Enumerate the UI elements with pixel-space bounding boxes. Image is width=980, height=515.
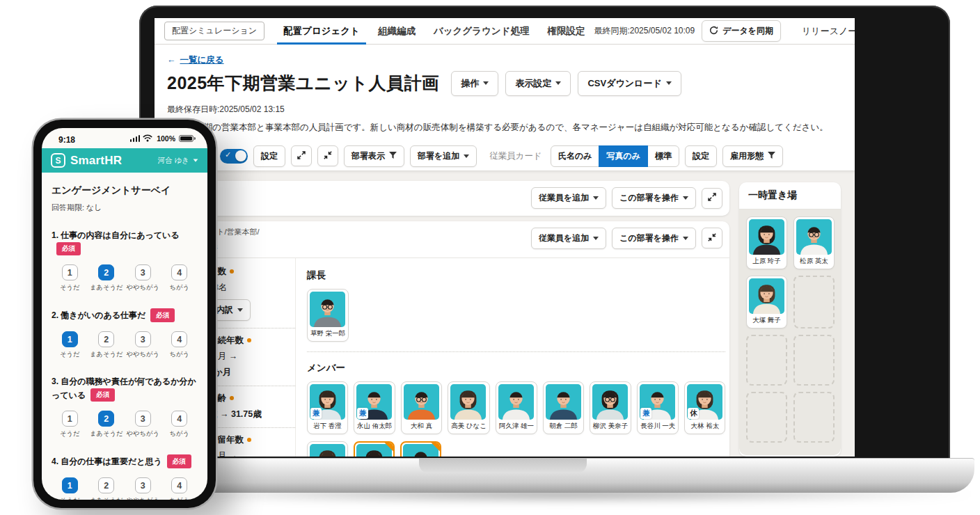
empty-slot[interactable]: [793, 392, 835, 443]
answer-label: ややちがう: [125, 350, 161, 359]
sync-data-button[interactable]: データを同期: [702, 20, 781, 42]
title-button-表示設定[interactable]: 表示設定: [505, 71, 571, 96]
answer-option-2[interactable]: 2まあそうだ: [88, 477, 125, 500]
refresh-icon: [709, 26, 718, 37]
required-badge: 必須: [90, 388, 115, 402]
employee-card[interactable]: 大塚 舞子: [746, 276, 787, 328]
answer-option-1[interactable]: 1そうだ: [52, 331, 88, 359]
answer-option-1[interactable]: 1そうだ: [52, 411, 88, 438]
laptop-base-notch: [419, 459, 587, 473]
dept-add-button[interactable]: 部署を追加: [410, 145, 477, 167]
answer-option-4[interactable]: 4ちがう: [161, 331, 198, 359]
survey-body: エンゲージメントサーベイ 回答期限: なし 1. 仕事の内容は自分にあっている必…: [42, 184, 207, 500]
employee-card[interactable]: 松原 英太: [793, 216, 835, 269]
empty-slot[interactable]: [746, 392, 787, 443]
answer-option-4[interactable]: 4ちがう: [161, 477, 198, 500]
answer-option-3[interactable]: 3ややちがう: [125, 411, 161, 438]
title-button-CSVダウンロード[interactable]: CSVダウンロード: [578, 71, 681, 96]
employee-card-highlighted[interactable]: [354, 441, 395, 457]
staging-panel: 一時置き場 上原 玲子松原 英太大塚 舞子: [739, 182, 841, 457]
answer-option-2[interactable]: 2まあそうだ: [88, 264, 125, 292]
employee-photo: 休: [687, 384, 722, 420]
release-notes-menu[interactable]: リリースノート: [791, 25, 855, 38]
nav-chip-simulation[interactable]: 配置シミュレーション: [164, 22, 264, 40]
segment-写真のみ[interactable]: 写真のみ: [599, 145, 648, 167]
segment-標準[interactable]: 標準: [647, 145, 679, 167]
question-2: 2. 働きがいのある仕事だ必須1そうだ2まあそうだ3ややちがう4ちがう: [52, 308, 198, 359]
tab-バックグラウンド処理[interactable]: バックグラウンド処理: [425, 18, 539, 44]
employee-card[interactable]: 柳沢 美奈子: [590, 381, 631, 434]
title-button-操作[interactable]: 操作: [451, 71, 498, 96]
stat-value: 歳 → 31.75歳: [209, 409, 290, 420]
chevron-down-icon: [593, 196, 599, 200]
operate-dept-button[interactable]: この部署を操作: [612, 228, 696, 249]
expand-arrows-icon: [297, 151, 306, 161]
expand-all-button[interactable]: [291, 145, 312, 166]
settings-button[interactable]: 設定: [253, 145, 285, 167]
employee-card[interactable]: 大和 真: [401, 381, 442, 434]
battery-percent: 100%: [157, 134, 175, 143]
stat-label: 滞留年数: [209, 434, 290, 446]
collapse-arrows-icon: [324, 151, 332, 161]
answer-option-3[interactable]: 3ややちがう: [125, 477, 161, 500]
chevron-down-icon: [483, 81, 489, 85]
employee-card[interactable]: 兼岩下 香澄: [307, 381, 348, 434]
employee-card[interactable]: 高美 ひなこ: [448, 381, 490, 434]
employee-card[interactable]: 兼長谷川 一夫: [637, 381, 679, 434]
answer-option-4[interactable]: 4ちがう: [161, 411, 198, 438]
operate-dept-button[interactable]: この部署を操作: [612, 187, 696, 209]
employee-card[interactable]: [307, 441, 348, 457]
answer-label: まあそうだ: [88, 429, 125, 438]
page-title: 2025年下期営業ユニット人員計画: [167, 72, 439, 95]
employee-card[interactable]: 朝倉 二郎: [543, 381, 584, 434]
laptop-screen: 配置シミュレーション 配置プロジェクト組織編成バックグラウンド処理権限設定 最終…: [155, 18, 855, 457]
answer-option-4[interactable]: 4ちがう: [161, 264, 198, 292]
collapse-panel-button[interactable]: [702, 228, 722, 248]
add-employee-button[interactable]: 従業員を追加: [531, 228, 606, 249]
answer-label: ややちがう: [125, 496, 161, 500]
answer-option-2[interactable]: 2まあそうだ: [88, 331, 125, 359]
dept-display-button[interactable]: 部署表示: [344, 145, 404, 167]
empty-slot[interactable]: [793, 335, 835, 386]
answer-label: そうだ: [52, 429, 88, 438]
collapse-all-button[interactable]: [317, 145, 338, 166]
dept-members-area: 課長 草野 栄一郎 メンバー 兼岩下 香澄兼永山 侑太郎大和 真高美 ひなこ阿久…: [296, 258, 736, 457]
add-employee-label: 従業員を追加: [539, 232, 589, 244]
staging-grid: 上原 玲子松原 英太大塚 舞子: [739, 209, 841, 455]
stat-value: か月 →: [209, 351, 290, 363]
answer-option-1[interactable]: 1そうだ: [52, 477, 88, 500]
tab-組織編成[interactable]: 組織編成: [369, 18, 425, 44]
expand-arrows-icon: [708, 193, 716, 203]
segment-氏名のみ[interactable]: 氏名のみ: [551, 145, 600, 167]
answer-option-3[interactable]: 3ややちがう: [125, 331, 161, 359]
orange-dot-icon: [247, 438, 251, 442]
toggle-switch[interactable]: ✓: [220, 149, 248, 164]
employment-filter-button[interactable]: 雇用形態: [722, 145, 783, 167]
collapse-arrows-icon: [708, 233, 716, 244]
tab-権限設定[interactable]: 権限設定: [538, 18, 594, 44]
empty-slot[interactable]: [746, 335, 787, 386]
answer-option-1[interactable]: 1そうだ: [52, 264, 88, 292]
back-to-list-link[interactable]: ← 一覧に戻る: [167, 54, 224, 66]
answer-option-2[interactable]: 2まあそうだ: [88, 411, 125, 438]
title-button-label: 操作: [461, 77, 479, 90]
title-button-label: CSVダウンロード: [587, 77, 661, 90]
employee-card[interactable]: 兼永山 侑太郎: [354, 381, 395, 434]
card-settings-button[interactable]: 設定: [685, 145, 717, 167]
employee-card-highlighted[interactable]: [400, 441, 441, 457]
required-badge: 必須: [150, 308, 175, 322]
expand-panel-button[interactable]: [702, 188, 722, 209]
employee-photo: [749, 278, 784, 314]
employee-card[interactable]: 草野 栄一郎: [307, 289, 349, 342]
empty-slot[interactable]: [793, 276, 835, 328]
employee-card[interactable]: 阿久津 雄一: [496, 381, 537, 434]
answer-number: 1: [62, 411, 78, 427]
employee-photo: [450, 384, 486, 420]
employee-card[interactable]: 上原 玲子: [746, 216, 787, 269]
employee-card[interactable]: 休大林 裕太: [684, 381, 725, 434]
chevron-down-icon: [464, 154, 469, 158]
user-menu[interactable]: 河合 ゆき: [158, 156, 198, 166]
answer-option-3[interactable]: 3ややちがう: [125, 264, 161, 292]
tab-配置プロジェクト[interactable]: 配置プロジェクト: [274, 18, 369, 44]
add-employee-button[interactable]: 従業員を追加: [531, 187, 606, 209]
